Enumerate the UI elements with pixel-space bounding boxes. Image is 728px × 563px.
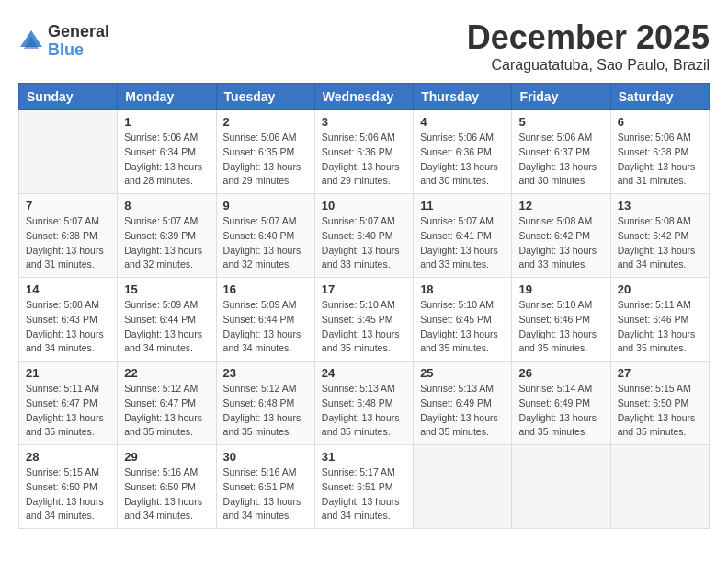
- day-number: 26: [518, 366, 603, 380]
- day-number: 29: [124, 450, 209, 464]
- day-number: 15: [124, 282, 209, 296]
- day-number: 11: [420, 199, 505, 213]
- calendar-cell: 29Sunrise: 5:16 AM Sunset: 6:50 PM Dayli…: [118, 445, 216, 529]
- calendar-cell: 14Sunrise: 5:08 AM Sunset: 6:43 PM Dayli…: [19, 278, 118, 362]
- day-number: 7: [26, 199, 110, 213]
- calendar-cell: 24Sunrise: 5:13 AM Sunset: 6:48 PM Dayli…: [314, 362, 413, 445]
- calendar-cell: 8Sunrise: 5:07 AM Sunset: 6:39 PM Daylig…: [118, 194, 216, 278]
- day-number: 2: [223, 115, 308, 129]
- day-number: 9: [223, 199, 308, 213]
- calendar-cell: [610, 445, 709, 529]
- calendar-cell: 1Sunrise: 5:06 AM Sunset: 6:34 PM Daylig…: [118, 110, 216, 194]
- calendar-cell: 19Sunrise: 5:10 AM Sunset: 6:46 PM Dayli…: [512, 278, 610, 362]
- logo-blue-text: Blue: [48, 41, 109, 60]
- day-info: Sunrise: 5:14 AM Sunset: 6:49 PM Dayligh…: [518, 382, 603, 440]
- day-info: Sunrise: 5:07 AM Sunset: 6:40 PM Dayligh…: [322, 214, 406, 272]
- day-info: Sunrise: 5:13 AM Sunset: 6:49 PM Dayligh…: [420, 382, 505, 440]
- day-number: 22: [124, 366, 209, 380]
- day-info: Sunrise: 5:08 AM Sunset: 6:42 PM Dayligh…: [618, 214, 702, 272]
- day-number: 10: [322, 199, 406, 213]
- calendar-header-cell: Thursday: [414, 84, 512, 110]
- calendar-table: SundayMondayTuesdayWednesdayThursdayFrid…: [18, 83, 710, 529]
- calendar-week-row: 1Sunrise: 5:06 AM Sunset: 6:34 PM Daylig…: [19, 110, 710, 194]
- calendar-cell: 16Sunrise: 5:09 AM Sunset: 6:44 PM Dayli…: [216, 278, 314, 362]
- day-info: Sunrise: 5:07 AM Sunset: 6:41 PM Dayligh…: [420, 214, 505, 272]
- calendar-week-row: 28Sunrise: 5:15 AM Sunset: 6:50 PM Dayli…: [19, 445, 710, 529]
- calendar-cell: 17Sunrise: 5:10 AM Sunset: 6:45 PM Dayli…: [314, 278, 413, 362]
- calendar-header-cell: Tuesday: [216, 84, 314, 110]
- calendar-cell: 21Sunrise: 5:11 AM Sunset: 6:47 PM Dayli…: [19, 362, 118, 445]
- day-info: Sunrise: 5:06 AM Sunset: 6:36 PM Dayligh…: [322, 131, 406, 189]
- day-number: 25: [420, 366, 505, 380]
- calendar-cell: 2Sunrise: 5:06 AM Sunset: 6:35 PM Daylig…: [216, 110, 314, 194]
- calendar-week-row: 7Sunrise: 5:07 AM Sunset: 6:38 PM Daylig…: [19, 194, 710, 278]
- day-number: 1: [124, 115, 209, 129]
- day-number: 19: [518, 282, 603, 296]
- day-number: 13: [618, 199, 702, 213]
- day-number: 24: [322, 366, 406, 380]
- calendar-cell: 25Sunrise: 5:13 AM Sunset: 6:49 PM Dayli…: [414, 362, 512, 445]
- calendar-cell: 12Sunrise: 5:08 AM Sunset: 6:42 PM Dayli…: [512, 194, 610, 278]
- calendar-header-cell: Saturday: [610, 84, 709, 110]
- day-info: Sunrise: 5:17 AM Sunset: 6:51 PM Dayligh…: [322, 465, 406, 523]
- day-info: Sunrise: 5:07 AM Sunset: 6:39 PM Dayligh…: [124, 214, 209, 272]
- day-info: Sunrise: 5:16 AM Sunset: 6:51 PM Dayligh…: [223, 465, 308, 523]
- day-info: Sunrise: 5:08 AM Sunset: 6:43 PM Dayligh…: [26, 298, 110, 356]
- day-info: Sunrise: 5:07 AM Sunset: 6:40 PM Dayligh…: [223, 214, 308, 272]
- calendar-cell: [414, 445, 512, 529]
- day-number: 14: [26, 282, 110, 296]
- page-header: General Blue December 2025 Caraguatatuba…: [18, 18, 710, 74]
- day-number: 16: [223, 282, 308, 296]
- day-number: 8: [124, 199, 209, 213]
- calendar-cell: 9Sunrise: 5:07 AM Sunset: 6:40 PM Daylig…: [216, 194, 314, 278]
- day-info: Sunrise: 5:07 AM Sunset: 6:38 PM Dayligh…: [26, 214, 110, 272]
- day-number: 5: [518, 115, 603, 129]
- calendar-cell: 6Sunrise: 5:06 AM Sunset: 6:38 PM Daylig…: [610, 110, 709, 194]
- day-info: Sunrise: 5:06 AM Sunset: 6:36 PM Dayligh…: [420, 131, 505, 189]
- day-number: 6: [618, 115, 702, 129]
- calendar-header: SundayMondayTuesdayWednesdayThursdayFrid…: [19, 84, 710, 110]
- calendar-cell: 10Sunrise: 5:07 AM Sunset: 6:40 PM Dayli…: [314, 194, 413, 278]
- day-number: 30: [223, 450, 308, 464]
- calendar-header-cell: Friday: [512, 84, 610, 110]
- day-info: Sunrise: 5:13 AM Sunset: 6:48 PM Dayligh…: [322, 382, 406, 440]
- calendar-cell: 4Sunrise: 5:06 AM Sunset: 6:36 PM Daylig…: [414, 110, 512, 194]
- day-info: Sunrise: 5:06 AM Sunset: 6:37 PM Dayligh…: [518, 131, 603, 189]
- calendar-cell: 5Sunrise: 5:06 AM Sunset: 6:37 PM Daylig…: [512, 110, 610, 194]
- day-number: 3: [322, 115, 406, 129]
- calendar-week-row: 14Sunrise: 5:08 AM Sunset: 6:43 PM Dayli…: [19, 278, 710, 362]
- calendar-cell: 18Sunrise: 5:10 AM Sunset: 6:45 PM Dayli…: [414, 278, 512, 362]
- day-info: Sunrise: 5:08 AM Sunset: 6:42 PM Dayligh…: [518, 214, 603, 272]
- calendar-header-cell: Monday: [118, 84, 216, 110]
- calendar-header-cell: Wednesday: [314, 84, 413, 110]
- calendar-cell: 13Sunrise: 5:08 AM Sunset: 6:42 PM Dayli…: [610, 194, 709, 278]
- day-number: 4: [420, 115, 505, 129]
- calendar-cell: 28Sunrise: 5:15 AM Sunset: 6:50 PM Dayli…: [19, 445, 118, 529]
- day-info: Sunrise: 5:15 AM Sunset: 6:50 PM Dayligh…: [26, 465, 110, 523]
- day-info: Sunrise: 5:10 AM Sunset: 6:46 PM Dayligh…: [518, 298, 603, 356]
- logo-general-text: General: [48, 23, 109, 41]
- day-number: 28: [26, 450, 110, 464]
- calendar-cell: 22Sunrise: 5:12 AM Sunset: 6:47 PM Dayli…: [118, 362, 216, 445]
- day-info: Sunrise: 5:11 AM Sunset: 6:46 PM Dayligh…: [618, 298, 702, 356]
- calendar-cell: 23Sunrise: 5:12 AM Sunset: 6:48 PM Dayli…: [216, 362, 314, 445]
- day-number: 31: [322, 450, 406, 464]
- day-number: 20: [618, 282, 702, 296]
- calendar-cell: 11Sunrise: 5:07 AM Sunset: 6:41 PM Dayli…: [414, 194, 512, 278]
- day-info: Sunrise: 5:06 AM Sunset: 6:38 PM Dayligh…: [618, 131, 702, 189]
- day-info: Sunrise: 5:12 AM Sunset: 6:47 PM Dayligh…: [124, 382, 209, 440]
- calendar-header-cell: Sunday: [19, 84, 118, 110]
- month-title: December 2025: [467, 18, 710, 57]
- day-info: Sunrise: 5:16 AM Sunset: 6:50 PM Dayligh…: [124, 465, 209, 523]
- day-info: Sunrise: 5:10 AM Sunset: 6:45 PM Dayligh…: [420, 298, 505, 356]
- calendar-cell: 30Sunrise: 5:16 AM Sunset: 6:51 PM Dayli…: [216, 445, 314, 529]
- day-info: Sunrise: 5:06 AM Sunset: 6:34 PM Dayligh…: [124, 131, 209, 189]
- calendar-cell: [512, 445, 610, 529]
- day-info: Sunrise: 5:12 AM Sunset: 6:48 PM Dayligh…: [223, 382, 308, 440]
- logo-icon: [18, 29, 44, 54]
- day-info: Sunrise: 5:06 AM Sunset: 6:35 PM Dayligh…: [223, 131, 308, 189]
- day-number: 18: [420, 282, 505, 296]
- day-number: 23: [223, 366, 308, 380]
- calendar-cell: 31Sunrise: 5:17 AM Sunset: 6:51 PM Dayli…: [314, 445, 413, 529]
- calendar-cell: 20Sunrise: 5:11 AM Sunset: 6:46 PM Dayli…: [610, 278, 709, 362]
